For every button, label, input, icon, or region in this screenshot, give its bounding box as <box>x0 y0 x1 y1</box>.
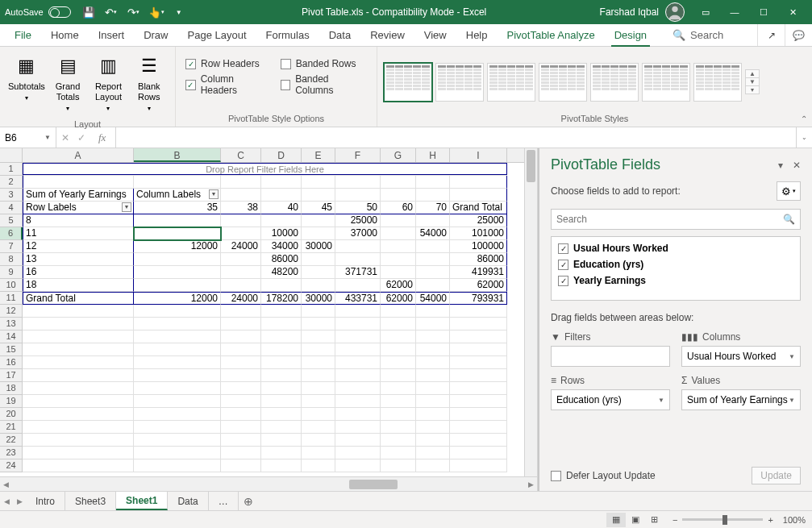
cell[interactable] <box>302 227 335 240</box>
redo-icon[interactable]: ↷▾ <box>124 2 144 22</box>
row-header[interactable]: 10 <box>0 279 23 292</box>
update-button[interactable]: Update <box>752 467 801 484</box>
select-all-corner[interactable] <box>0 148 23 162</box>
cell[interactable] <box>416 176 450 189</box>
style-thumb[interactable] <box>590 63 639 102</box>
row-header[interactable]: 24 <box>0 459 23 472</box>
cell[interactable]: 86000 <box>261 253 302 266</box>
cell[interactable] <box>261 305 302 318</box>
gallery-more-icon[interactable]: ▾ <box>746 86 759 94</box>
save-icon[interactable]: 💾 <box>79 2 98 22</box>
style-thumb[interactable] <box>384 63 432 102</box>
autosave-toggle[interactable]: AutoSave <box>5 6 71 18</box>
cell[interactable]: Grand Total <box>23 292 134 305</box>
cell[interactable] <box>381 343 416 356</box>
cell[interactable] <box>302 343 335 356</box>
cell[interactable] <box>221 176 261 189</box>
cell[interactable]: 62000 <box>381 279 416 292</box>
qat-more-icon[interactable]: ▼ <box>169 2 189 22</box>
cell[interactable] <box>221 447 261 459</box>
cell[interactable]: 13 <box>23 253 134 266</box>
zoom-out-icon[interactable]: − <box>673 515 677 525</box>
cell[interactable] <box>335 240 381 253</box>
cell[interactable] <box>381 459 416 472</box>
cell[interactable] <box>335 395 381 408</box>
cell[interactable] <box>23 434 134 447</box>
tab-review[interactable]: Review <box>360 24 414 46</box>
cell[interactable] <box>23 369 134 382</box>
row-header[interactable]: 19 <box>0 395 23 408</box>
cell[interactable]: 25000 <box>450 214 507 227</box>
cell[interactable] <box>261 434 302 447</box>
cell[interactable] <box>416 459 450 472</box>
cell[interactable]: 40 <box>261 202 302 214</box>
pivottable-styles-gallery[interactable]: ▲▼▾ <box>377 47 812 114</box>
row-header[interactable]: 1 <box>0 163 23 176</box>
cell[interactable] <box>23 382 134 395</box>
cell[interactable] <box>221 408 261 421</box>
cell[interactable] <box>221 189 261 202</box>
sheet-tab[interactable]: Intro <box>26 492 65 510</box>
cell[interactable] <box>335 434 381 447</box>
expand-formula-bar-icon[interactable]: ⌄ <box>796 127 812 148</box>
cell[interactable] <box>381 227 416 240</box>
cell[interactable] <box>416 318 450 331</box>
cell[interactable] <box>261 356 302 369</box>
cell[interactable] <box>381 318 416 331</box>
cell[interactable] <box>335 305 381 318</box>
undo-icon[interactable]: ↶▾ <box>102 2 121 22</box>
rows-area[interactable]: Education (yrs)▼ <box>551 389 670 410</box>
cell[interactable] <box>302 421 335 434</box>
cell[interactable] <box>134 369 221 382</box>
cell[interactable]: 54000 <box>416 227 450 240</box>
cell[interactable] <box>23 343 134 356</box>
cell[interactable] <box>23 447 134 459</box>
cell[interactable] <box>335 459 381 472</box>
cell[interactable] <box>221 434 261 447</box>
cell[interactable] <box>381 421 416 434</box>
cell[interactable] <box>23 305 134 318</box>
pane-options-icon[interactable]: ▾ <box>778 160 783 171</box>
cell[interactable] <box>23 408 134 421</box>
cell[interactable] <box>23 459 134 472</box>
pane-close-icon[interactable]: ✕ <box>793 160 801 171</box>
cell[interactable] <box>381 240 416 253</box>
cell[interactable] <box>23 421 134 434</box>
cell[interactable]: 60 <box>381 202 416 214</box>
cell[interactable] <box>450 318 507 331</box>
cell[interactable]: 419931 <box>450 266 507 279</box>
cell[interactable] <box>302 279 335 292</box>
tab-formulas[interactable]: Formulas <box>256 24 319 46</box>
cell[interactable]: Sum of Yearly Earnings <box>23 189 134 202</box>
grid[interactable]: ABCDEFGHI 1Drop Report Filter Fields Her… <box>0 148 524 476</box>
cell[interactable] <box>381 176 416 189</box>
enter-formula-icon[interactable]: ✓ <box>77 132 85 143</box>
cell[interactable]: 70 <box>416 202 450 214</box>
row-header[interactable]: 7 <box>0 240 23 253</box>
gallery-nav[interactable]: ▲▼▾ <box>745 69 760 94</box>
report-layout-button[interactable]: ▥ Report Layout ▾ <box>89 50 127 116</box>
row-header[interactable]: 12 <box>0 305 23 318</box>
cell[interactable] <box>416 447 450 459</box>
cell[interactable] <box>416 408 450 421</box>
cell[interactable] <box>450 382 507 395</box>
col-header-B[interactable]: B <box>134 148 221 162</box>
user-area[interactable]: Farshad Iqbal <box>600 2 685 22</box>
cell[interactable] <box>261 408 302 421</box>
cell[interactable] <box>450 305 507 318</box>
cell[interactable]: 18 <box>23 279 134 292</box>
cell[interactable] <box>261 395 302 408</box>
cell[interactable] <box>302 459 335 472</box>
close-icon[interactable]: ✕ <box>778 0 807 24</box>
cell[interactable]: 50 <box>335 202 381 214</box>
cell[interactable] <box>335 382 381 395</box>
cell[interactable] <box>261 189 302 202</box>
cell[interactable] <box>416 369 450 382</box>
cell[interactable] <box>416 214 450 227</box>
tab-design[interactable]: Design <box>605 24 656 46</box>
column-headers-checkbox[interactable]: ✓Column Headers <box>182 76 274 94</box>
row-header[interactable]: 23 <box>0 447 23 459</box>
cell[interactable] <box>221 305 261 318</box>
field-list[interactable]: ✓Usual Hours Worked✓Education (yrs)✓Year… <box>551 236 801 301</box>
style-thumb[interactable] <box>539 63 587 102</box>
